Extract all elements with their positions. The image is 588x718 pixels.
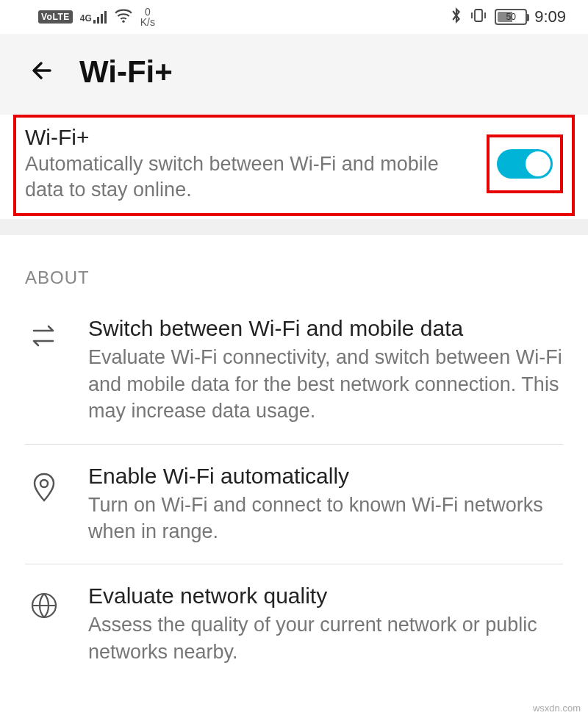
about-item-description: Assess the quality of your current netwo… — [88, 611, 563, 665]
about-item-title: Switch between Wi-Fi and mobile data — [88, 316, 563, 341]
cellular-indicator: 4G — [80, 10, 107, 24]
about-item-switch: Switch between Wi-Fi and mobile data Eva… — [25, 316, 563, 443]
clock-time: 9:09 — [534, 7, 566, 26]
wifi-icon — [114, 7, 133, 27]
wifi-plus-title: Wi-Fi+ — [25, 125, 472, 150]
wifi-plus-text: Wi-Fi+ Automatically switch between Wi-F… — [25, 125, 472, 203]
svg-rect-1 — [475, 10, 482, 21]
toggle-highlight — [487, 134, 563, 193]
watermark: wsxdn.com — [533, 703, 581, 714]
signal-bars-icon — [93, 10, 107, 24]
about-item-title: Evaluate network quality — [88, 584, 563, 608]
wifi-plus-description: Automatically switch between Wi-Fi and m… — [25, 151, 472, 203]
app-header: Wi-Fi+ — [0, 34, 588, 115]
about-item-description: Evaluate Wi-Fi connectivity, and switch … — [88, 344, 563, 424]
volte-badge: VoLTE — [38, 10, 73, 24]
bluetooth-icon — [451, 7, 462, 28]
battery-icon: 50 — [495, 9, 527, 25]
wifi-plus-toggle[interactable] — [497, 149, 553, 179]
about-item-title: Enable Wi-Fi automatically — [88, 464, 563, 489]
status-left: VoLTE 4G 0 K/s — [38, 7, 155, 27]
about-item-network-quality: Evaluate network quality Assess the qual… — [25, 564, 563, 684]
switch-arrows-icon — [28, 316, 60, 348]
page-title: Wi-Fi+ — [79, 54, 173, 90]
back-icon[interactable] — [28, 56, 57, 88]
status-bar: VoLTE 4G 0 K/s 50 9:09 — [0, 0, 588, 34]
data-speed: 0 K/s — [140, 7, 155, 27]
status-right: 50 9:09 — [451, 7, 566, 28]
svg-point-0 — [122, 20, 124, 22]
globe-icon — [28, 584, 60, 620]
wifi-plus-toggle-row[interactable]: Wi-Fi+ Automatically switch between Wi-F… — [13, 115, 575, 216]
about-item-auto-wifi: Enable Wi-Fi automatically Turn on Wi-Fi… — [25, 444, 563, 564]
location-pin-icon — [28, 464, 60, 503]
about-item-description: Turn on Wi-Fi and connect to known Wi-Fi… — [88, 492, 563, 545]
section-divider — [0, 219, 588, 235]
about-heading: ABOUT — [25, 268, 563, 288]
about-section: ABOUT Switch between Wi-Fi and mobile da… — [0, 235, 588, 684]
vibrate-icon — [470, 7, 487, 27]
svg-point-2 — [40, 480, 48, 487]
